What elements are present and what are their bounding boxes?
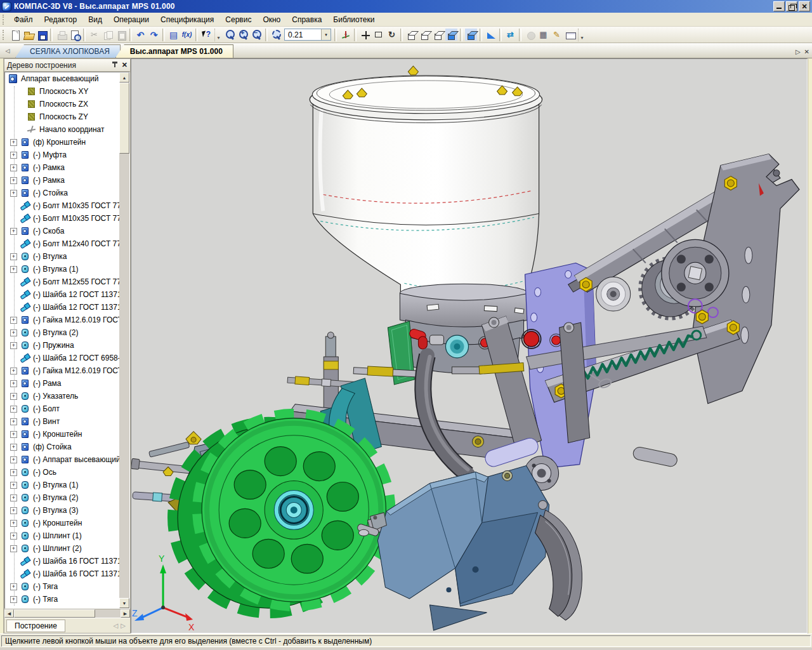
Библиотеки[interactable]: Библиотеки (327, 14, 380, 25)
copy-button[interactable] (102, 29, 114, 41)
zoom-in-button[interactable]: + (237, 29, 249, 41)
zoom-frame-button[interactable] (224, 29, 236, 41)
tree-item[interactable]: Плоскость ZY (5, 110, 119, 123)
tree-item[interactable]: + (-) Шайба 12 ГОСТ 11371- (5, 301, 119, 314)
expand-icon[interactable]: + (10, 393, 17, 400)
tab-build[interactable]: Построение (6, 620, 65, 632)
tree-item[interactable]: + (-) Ось (5, 466, 119, 479)
scrollbar-thumb[interactable] (14, 609, 95, 618)
expand-icon[interactable]: + (10, 545, 17, 552)
tree-item[interactable]: + (-) Болт М10х35 ГОСТ 779 (5, 199, 119, 212)
model-scene[interactable]: Y Z X (131, 59, 807, 633)
tree-item[interactable]: + (-) Шайба 16 ГОСТ 11371- (5, 567, 119, 580)
Справка[interactable]: Справка (286, 14, 327, 25)
scroll-up-icon[interactable]: ▲ (119, 72, 129, 83)
toolbar-overflow-icon[interactable]: ▾ (214, 29, 222, 41)
tree-item[interactable]: + (-) Втулка (1) (5, 263, 119, 275)
hide-component-button[interactable] (524, 29, 536, 41)
expand-icon[interactable]: + (10, 494, 17, 501)
refresh-image-button[interactable]: ⇄ (504, 29, 516, 41)
close-icon[interactable]: ✕ (799, 1, 810, 11)
tab-close-icon[interactable]: ✕ (804, 48, 809, 55)
Редактор[interactable]: Редактор (39, 14, 83, 25)
expand-icon[interactable]: + (10, 190, 17, 197)
tree-item[interactable]: + (-) Шплинт (1) (5, 529, 119, 542)
expand-icon[interactable]: + (10, 380, 17, 387)
section-view-button[interactable]: ▦ (537, 29, 549, 41)
expand-icon[interactable]: + (10, 139, 17, 146)
expand-icon[interactable]: + (10, 520, 17, 527)
model-viewport[interactable]: Y Z X (131, 58, 808, 633)
toolbar-grip[interactable] (3, 30, 6, 40)
document-tab[interactable]: Выс.аппарат MPS 01.000 (115, 44, 233, 58)
tree-root-item[interactable]: Аппарат высевающий (5, 72, 119, 85)
tree-item[interactable]: Плоскость ZX (5, 98, 119, 110)
scrollbar-thumb[interactable] (119, 83, 129, 154)
expand-icon[interactable]: + (10, 406, 17, 413)
expand-icon[interactable]: + (10, 368, 17, 375)
redo-button[interactable]: ↷ (148, 29, 160, 41)
tree-item[interactable]: + (-) Втулка (5, 250, 119, 263)
cut-button[interactable]: ✂ (88, 29, 100, 41)
expand-icon[interactable]: + (10, 329, 17, 336)
display-no-hidden-lines-button[interactable] (419, 29, 431, 41)
expand-icon[interactable]: + (10, 164, 17, 171)
tree-item[interactable]: + (-) Втулка (3) (5, 504, 119, 517)
pin-icon[interactable] (110, 61, 119, 69)
variables-button[interactable]: f(x) (181, 29, 193, 41)
Операции[interactable]: Операции (108, 14, 155, 25)
tree-item[interactable]: + (-) Стойка (5, 187, 119, 199)
expand-icon[interactable]: + (10, 444, 17, 451)
panel-tab-right-icon[interactable]: ▷ (121, 622, 126, 629)
Файл[interactable]: Файл (8, 14, 39, 25)
expand-icon[interactable]: + (10, 317, 17, 324)
tree-item[interactable]: + (-) Скоба (5, 225, 119, 237)
tree-item[interactable]: Начало координат (5, 123, 119, 136)
zoom-area-button[interactable] (270, 29, 282, 41)
zoom-scale-combo[interactable]: 0.21 ▾ (284, 29, 331, 41)
tree-item[interactable]: + (-) Тяга (5, 580, 119, 593)
expand-icon[interactable]: + (10, 596, 17, 603)
tree-item[interactable]: + (-) Болт (5, 402, 119, 415)
tree-item[interactable]: + (-) Гайка М12.6.019 ГОСТ (5, 364, 119, 377)
scroll-down-icon[interactable]: ▼ (119, 598, 129, 608)
expand-icon[interactable]: + (10, 266, 17, 273)
scroll-left-icon[interactable]: ◀ (4, 609, 14, 618)
combo-dropdown-icon[interactable]: ▾ (321, 29, 331, 40)
Спецификация[interactable]: Спецификация (155, 14, 219, 25)
scroll-right-icon[interactable]: ▶ (121, 609, 130, 618)
pan-button[interactable] (359, 29, 371, 41)
toolbar-overflow-icon-2[interactable]: ▾ (578, 29, 586, 41)
tree-item[interactable]: + (-) Болт М10х35 ГОСТ 779 (5, 212, 119, 225)
tree-item[interactable]: + (-) Пружина (5, 339, 119, 352)
tree-item[interactable]: + (-) Шплинт (2) (5, 542, 119, 555)
expand-icon[interactable]: + (10, 342, 17, 349)
tree-item[interactable]: + (-) Кронштейн (5, 517, 119, 529)
tree-item[interactable]: + (-) Указатель (5, 390, 119, 402)
expand-icon[interactable]: + (10, 456, 17, 463)
tree-item[interactable]: + (-) Гайка М12.6.019 ГОСТ (5, 314, 119, 326)
expand-icon[interactable]: + (10, 253, 17, 260)
expand-icon[interactable]: + (10, 418, 17, 425)
rotate-view-button[interactable]: ↻ (386, 29, 398, 41)
tree-item[interactable]: + (ф) Стойка (5, 441, 119, 453)
tree-item[interactable]: + (-) Рама (5, 377, 119, 390)
tree-item[interactable]: + (ф) Кронштейн (5, 136, 119, 149)
expand-icon[interactable]: + (10, 152, 17, 159)
tree-item[interactable]: + (-) Кронштейн (5, 428, 119, 441)
display-wireframe-button[interactable] (405, 29, 417, 41)
restore-icon[interactable] (786, 1, 797, 11)
expand-icon[interactable]: + (10, 507, 17, 514)
tree-item[interactable]: + (-) Втулка (2) (5, 491, 119, 504)
Сервис[interactable]: Сервис (219, 14, 257, 25)
context-help-button[interactable]: ? (200, 29, 213, 41)
fit-view-button[interactable] (372, 29, 384, 41)
tree-item[interactable]: + (-) Аппарат высевающий (5, 453, 119, 466)
tree-item[interactable]: + (-) Рамка (5, 174, 119, 187)
expand-icon[interactable]: + (10, 431, 17, 438)
document-tab[interactable]: СЕЯЛКА ХЛОПКОВАЯ (15, 44, 121, 58)
expand-icon[interactable]: + (10, 533, 17, 540)
tree-item[interactable]: + (-) Винт (5, 415, 119, 428)
tree-item[interactable]: + (-) Втулка (2) (5, 326, 119, 339)
tree-item[interactable]: + (-) Шайба 12 ГОСТ 11371- (5, 288, 119, 301)
